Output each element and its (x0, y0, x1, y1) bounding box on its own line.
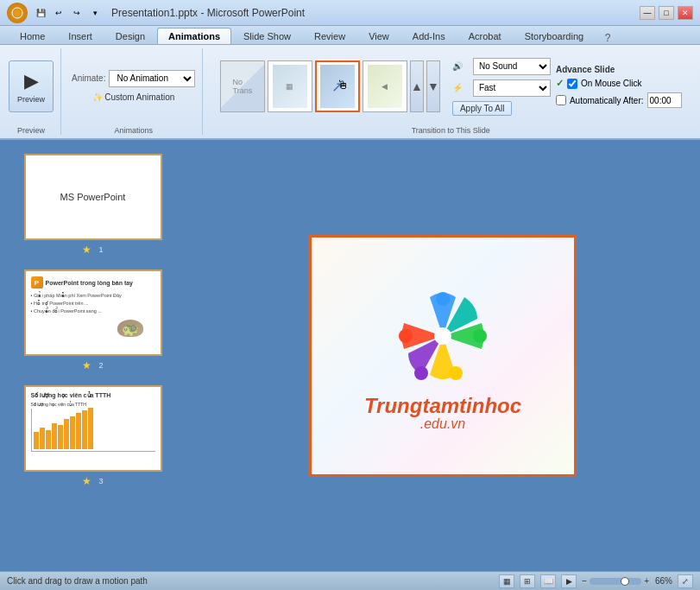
tab-animations[interactable]: Animations (157, 28, 231, 44)
advance-section: Advance Slide ✓ On Mouse Click Automatic… (556, 65, 682, 108)
main-slide: Trungtamtinhoc .edu.vn (309, 235, 577, 477)
bar-3 (46, 430, 51, 449)
view-reading-btn[interactable]: 📖 (540, 574, 556, 588)
tab-addins[interactable]: Add-Ins (401, 28, 457, 44)
preview-group-label: Preview (17, 124, 45, 135)
animations-group-label: Animations (114, 124, 153, 135)
zoom-plus-icon[interactable]: + (644, 576, 649, 586)
preview-label: Preview (17, 95, 45, 104)
svg-point-0 (12, 8, 22, 18)
speed-row: ⚡ Fast Medium Slow (452, 79, 551, 97)
slides-panel: MS PowerPoint ★ 1 P PowerPoint trong lòn… (0, 140, 186, 571)
speed-icon: ⚡ (452, 83, 470, 92)
logo-graphic (387, 280, 499, 392)
slide-item-2[interactable]: P PowerPoint trong lòng bàn tay • Giải p… (24, 270, 162, 371)
transition-thumb-alt[interactable]: ◀ (363, 60, 407, 112)
animate-select[interactable]: No Animation (109, 70, 195, 87)
animations-content: Animate: No Animation ✨ Custom Animation (72, 48, 195, 124)
transitions-row: NoTrans ▦ ↗ 🖱 (220, 56, 440, 117)
slide-item-3[interactable]: Số lượng học viên của TTTH Số lượng học … (24, 385, 162, 487)
title-bar-left: 💾 ↩ ↪ ▾ Presentation1.pptx - Microsoft P… (7, 3, 305, 23)
slide-item-1[interactable]: MS PowerPoint ★ 1 (24, 154, 162, 256)
transition-thumb-fade[interactable]: ▦ (268, 60, 312, 112)
zoom-thumb (621, 577, 629, 586)
sound-select[interactable]: No Sound (473, 58, 551, 75)
tab-insert[interactable]: Insert (57, 28, 104, 44)
custom-animation-button[interactable]: ✨ Custom Animation (89, 91, 178, 104)
status-bar: Click and drag to draw a motion path ▦ ⊞… (0, 571, 700, 590)
view-normal-btn[interactable]: ▦ (499, 574, 514, 588)
zoom-minus-icon[interactable]: − (582, 576, 587, 586)
zoom-slider[interactable] (590, 578, 641, 585)
chart-bars (31, 409, 155, 452)
fit-slide-btn[interactable]: ⤢ (678, 574, 693, 588)
slide-2-star: ★ (82, 359, 91, 371)
title-bar: 💾 ↩ ↪ ▾ Presentation1.pptx - Microsoft P… (0, 0, 700, 26)
apply-to-all-row: Apply To All (452, 101, 551, 116)
slide-2-title: P PowerPoint trong lòng bàn tay (31, 276, 155, 289)
slide-thumb-2: P PowerPoint trong lòng bàn tay • Giải p… (24, 270, 162, 356)
transitions-content: NoTrans ▦ ↗ 🖱 (213, 48, 688, 124)
save-qat-btn[interactable]: 💾 (33, 5, 48, 21)
custom-anim-icon: ✨ (92, 92, 103, 102)
on-mouse-click-label: On Mouse Click (581, 79, 642, 88)
window-controls: — □ ✕ (640, 6, 693, 20)
tab-view[interactable]: View (357, 28, 400, 44)
preview-button[interactable]: ▶ Preview (9, 60, 54, 112)
logo-svg (387, 280, 499, 392)
slide-3-content: Số lượng học viên của TTTH Số lượng học … (26, 387, 161, 470)
apply-to-all-button[interactable]: Apply To All (452, 101, 513, 116)
undo-qat-btn[interactable]: ↩ (51, 5, 66, 21)
bar-1 (34, 432, 39, 449)
status-hint: Click and drag to draw a motion path (7, 576, 148, 586)
tab-acrobat[interactable]: Acrobat (457, 28, 513, 44)
tab-review[interactable]: Review (303, 28, 356, 44)
tab-home[interactable]: Home (9, 28, 56, 44)
auto-after-input[interactable] (647, 92, 682, 108)
bar-9 (82, 410, 87, 449)
tab-slideshow[interactable]: Slide Show (232, 28, 302, 44)
on-mouse-click-row: ✓ On Mouse Click (556, 78, 682, 89)
slide-thumb-3: Số lượng học viên của TTTH Số lượng học … (24, 385, 162, 472)
speed-select[interactable]: Fast Medium Slow (473, 79, 551, 97)
status-right: ▦ ⊞ 📖 ▶ − + 66% ⤢ (499, 574, 693, 588)
auto-after-checkbox[interactable] (556, 95, 566, 105)
ribbon-tabs: Home Insert Design Animations Slide Show… (0, 26, 700, 45)
office-button[interactable] (7, 3, 28, 23)
ribbon-group-animations: Animate: No Animation ✨ Custom Animation… (68, 48, 203, 135)
help-button[interactable]: ? (599, 32, 616, 44)
minimize-button[interactable]: — (640, 6, 655, 20)
transition-thumb-selected[interactable]: ↗ (315, 60, 360, 112)
transitions-nav-up[interactable]: ▲ (410, 60, 424, 112)
slide-2-info: ★ 2 (82, 359, 103, 371)
redo-qat-btn[interactable]: ↪ (69, 5, 85, 21)
transition-thumbs-area: NoTrans ▦ ↗ 🖱 (220, 56, 440, 117)
bar-2 (40, 428, 45, 449)
slide-2-bullets: • Giải pháp Miễn phí Xem PowerPoint Đây … (31, 292, 155, 314)
bar-5 (58, 425, 63, 449)
slide-2-number: 2 (98, 361, 103, 370)
ribbon: ▶ Preview Preview Animate: No Animation … (0, 45, 700, 140)
transitions-nav-down[interactable]: ▼ (426, 60, 440, 112)
animate-label: Animate: (72, 73, 105, 83)
preview-icon: ▶ (24, 70, 39, 92)
view-sorter-btn[interactable]: ⊞ (520, 574, 535, 588)
zoom-control: − + 66% (582, 576, 672, 586)
transition-thumb-none[interactable]: NoTrans (220, 60, 265, 112)
slide-1-info: ★ 1 (82, 244, 103, 256)
sound-row: 🔊 No Sound (452, 58, 551, 75)
view-slideshow-btn[interactable]: ▶ (561, 574, 577, 588)
turtle-image: 🐢 (117, 320, 143, 337)
maximize-button[interactable]: □ (659, 6, 674, 20)
bar-6 (64, 419, 69, 449)
svg-point-3 (449, 366, 463, 380)
main-area: MS PowerPoint ★ 1 P PowerPoint trong lòn… (0, 140, 700, 571)
slide-3-info: ★ 3 (82, 475, 103, 487)
slide-3-title: Số lượng học viên của TTTH (31, 392, 155, 399)
qat-dropdown[interactable]: ▾ (87, 5, 103, 21)
close-button[interactable]: ✕ (678, 6, 693, 20)
tab-design[interactable]: Design (104, 28, 156, 44)
tab-storyboarding[interactable]: Storyboarding (514, 28, 596, 44)
on-mouse-click-checkbox[interactable] (567, 79, 577, 89)
ribbon-group-transitions: NoTrans ▦ ↗ 🖱 (210, 48, 695, 135)
